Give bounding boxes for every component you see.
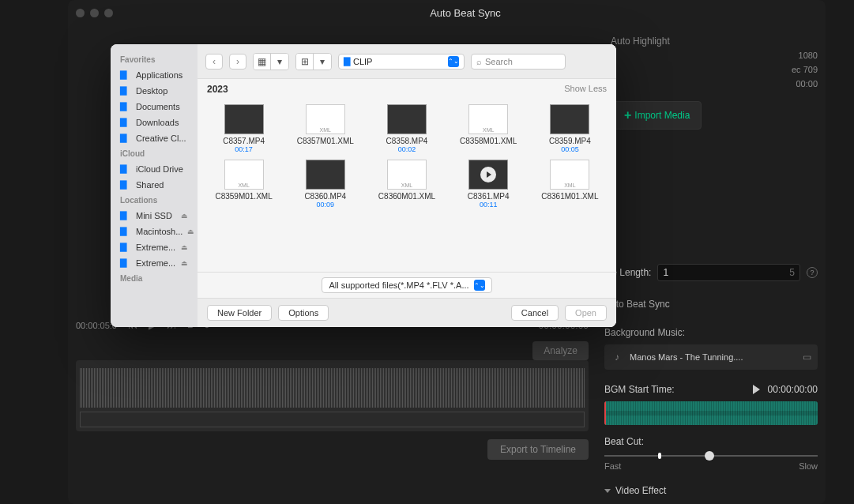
meta-time: 00:00 xyxy=(796,79,818,88)
slider-thumb[interactable] xyxy=(705,451,714,461)
timeline-area: 00:00:05:0 ⏮ ▶ ⏭ ■ ● 00:00:00:00 Analyze… xyxy=(68,316,596,504)
xml-file-icon xyxy=(468,104,508,134)
beat-cut-slider[interactable] xyxy=(604,455,818,457)
combo-arrow-icon: ⌃⌄ xyxy=(448,56,459,67)
import-media-label: Import Media xyxy=(634,110,690,121)
sidebar-item[interactable]: ▇Extreme...⏏ xyxy=(111,239,198,255)
meta-res: 1080 xyxy=(799,51,818,60)
eject-icon[interactable]: ⏏ xyxy=(187,228,194,235)
sidebar-item[interactable]: ▇Shared xyxy=(111,177,198,193)
video-effect-row[interactable]: Video Effect xyxy=(604,485,818,496)
file-duration: 00:09 xyxy=(317,201,335,209)
right-panel: Auto Highlight 1080 ec 709 00:00 + Impor… xyxy=(604,32,818,504)
show-less-link[interactable]: Show Less xyxy=(564,84,607,95)
background-music-label: Background Music: xyxy=(604,327,818,338)
file-item[interactable]: C8358.MP400:02 xyxy=(367,103,446,155)
sidebar-favorites-label: Favorites xyxy=(111,52,198,67)
analyze-button[interactable]: Analyze xyxy=(532,341,589,360)
bgm-waveform[interactable] xyxy=(604,401,818,425)
search-icon: ⌕ xyxy=(476,57,482,66)
location-combo[interactable]: ▇ CLIP ⌃⌄ xyxy=(338,54,465,70)
new-folder-button[interactable]: New Folder xyxy=(207,305,272,321)
filter-label: All supported files(*.MP4 *.FLV *.A... xyxy=(329,280,468,290)
sidebar-item[interactable]: ▇Desktop xyxy=(111,83,198,99)
file-name: C8358M01.XML xyxy=(460,137,517,145)
import-media-button[interactable]: + Import Media xyxy=(612,101,702,130)
sidebar-item[interactable]: ▇Downloads xyxy=(111,115,198,130)
file-duration: 00:11 xyxy=(480,201,498,209)
open-button[interactable]: Open xyxy=(565,305,607,321)
file-item[interactable]: C8360M01.XML xyxy=(367,158,446,210)
file-name: C8360.MP4 xyxy=(304,192,346,201)
icon-view-icon[interactable]: ▦ xyxy=(254,54,271,70)
plus-icon: + xyxy=(624,108,631,122)
video-effect-label: Video Effect xyxy=(615,485,666,496)
file-item[interactable]: C8357.MP400:17 xyxy=(204,103,284,155)
disclosure-icon xyxy=(604,489,611,493)
group-segment[interactable]: ⊞ ▾ xyxy=(295,53,332,70)
location-label: CLIP xyxy=(353,57,372,66)
tab-auto-highlight[interactable]: Auto Highlight xyxy=(604,32,818,51)
timeline-waveform[interactable] xyxy=(76,360,589,431)
sidebar-item[interactable]: ▇Creative Cl... xyxy=(111,130,198,146)
sidebar-item[interactable]: ▇Documents xyxy=(111,99,198,115)
xml-file-icon xyxy=(550,160,589,190)
folder-icon: ▇ xyxy=(120,117,131,128)
file-dialog-footer: New Folder Options Cancel Open xyxy=(198,298,616,327)
slider-slow-label: Slow xyxy=(799,461,818,471)
folder-icon: ▇ xyxy=(120,210,131,221)
export-button[interactable]: Export to Timeline xyxy=(487,439,589,460)
folder-icon: ▇ xyxy=(120,242,131,253)
music-row: ♪ Manos Mars - The Tunning.... ▭ xyxy=(604,344,818,370)
file-item[interactable]: C8361.MP400:11 xyxy=(449,158,529,210)
cancel-button[interactable]: Cancel xyxy=(511,305,559,321)
nav-back-button[interactable]: ‹ xyxy=(205,54,223,70)
file-type-filter[interactable]: All supported files(*.MP4 *.FLV *.A... ⌃… xyxy=(322,277,491,293)
file-item[interactable]: C8357M01.XML xyxy=(285,103,365,155)
playhead[interactable] xyxy=(604,401,606,425)
options-button[interactable]: Options xyxy=(278,305,329,321)
close-window[interactable] xyxy=(76,9,85,17)
file-group-header: 2023 Show Less xyxy=(198,79,616,100)
video-thumbnail xyxy=(550,104,589,134)
file-dialog-sidebar: Favorites ▇Applications▇Desktop▇Document… xyxy=(111,44,198,327)
sidebar-item[interactable]: ▇Extreme...⏏ xyxy=(111,255,198,271)
folder-icon: ▇ xyxy=(120,133,131,144)
file-filter-row: All supported files(*.MP4 *.FLV *.A... ⌃… xyxy=(198,272,616,298)
file-item[interactable]: C8360.MP400:09 xyxy=(285,158,365,210)
auto-beat-sync-label: Auto Beat Sync xyxy=(604,299,818,310)
file-item[interactable]: C8358M01.XML xyxy=(449,103,529,155)
search-input[interactable]: ⌕ Search xyxy=(471,54,566,70)
file-dialog-main: ‹ › ▦ ▾ ⊞ ▾ ▇ CLIP ⌃⌄ ⌕ Search 2023 Show… xyxy=(198,44,616,327)
eject-icon[interactable]: ⏏ xyxy=(181,243,188,251)
file-item[interactable]: C8359M01.XML xyxy=(204,158,284,210)
play-icon[interactable] xyxy=(753,385,760,394)
eject-icon[interactable]: ⏏ xyxy=(181,259,188,267)
file-item[interactable]: C8361M01.XML xyxy=(530,158,610,210)
group-chevron-icon[interactable]: ▾ xyxy=(314,54,331,70)
folder-icon: ▇ xyxy=(120,164,131,175)
file-open-dialog: Favorites ▇Applications▇Desktop▇Document… xyxy=(111,44,616,327)
window-controls xyxy=(76,9,113,17)
minimize-window[interactable] xyxy=(90,9,99,17)
sidebar-item[interactable]: ▇Macintosh...⏏ xyxy=(111,224,198,239)
editable-length-input[interactable]: 1 5 xyxy=(657,264,800,281)
open-folder-icon[interactable]: ▭ xyxy=(803,352,811,363)
sidebar-item[interactable]: ▇iCloud Drive xyxy=(111,161,198,177)
music-note-icon: ♪ xyxy=(611,351,623,363)
clip-meta: 1080 xyxy=(604,51,818,60)
file-item[interactable]: C8359.MP400:05 xyxy=(530,103,610,155)
folder-icon: ▇ xyxy=(120,70,131,81)
group-icon[interactable]: ⊞ xyxy=(296,54,314,70)
list-view-icon[interactable]: ▾ xyxy=(271,54,288,70)
meta-codec: ec 709 xyxy=(792,65,818,74)
file-name: C8361M01.XML xyxy=(541,192,598,201)
help-icon[interactable]: ? xyxy=(807,267,818,278)
zoom-window[interactable] xyxy=(104,9,113,17)
nav-forward-button[interactable]: › xyxy=(229,54,246,70)
view-mode-segment[interactable]: ▦ ▾ xyxy=(253,53,289,70)
xml-file-icon xyxy=(224,160,264,190)
sidebar-item[interactable]: ▇Mini SSD⏏ xyxy=(111,208,198,224)
eject-icon[interactable]: ⏏ xyxy=(181,212,188,220)
sidebar-item[interactable]: ▇Applications xyxy=(111,67,198,83)
